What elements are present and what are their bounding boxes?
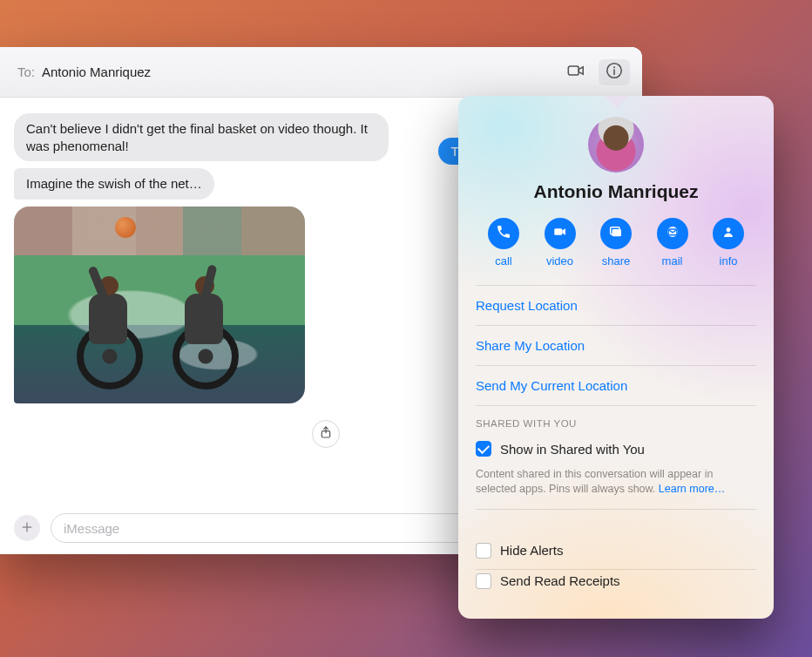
action-label: call xyxy=(495,254,512,268)
screen-share-icon xyxy=(608,224,624,243)
image-attachment[interactable] xyxy=(14,207,305,403)
svg-point-9 xyxy=(727,227,731,232)
shared-help-text: Content shared in this conversation will… xyxy=(474,467,758,509)
action-label: video xyxy=(546,254,573,268)
checkbox-label: Send Read Receipts xyxy=(500,573,620,588)
svg-rect-0 xyxy=(568,65,579,74)
action-call[interactable]: call xyxy=(479,218,528,268)
mail-icon xyxy=(665,224,680,243)
spacer xyxy=(474,510,758,539)
learn-more-link[interactable]: Learn more… xyxy=(659,483,725,495)
avatar[interactable] xyxy=(588,117,644,173)
action-share[interactable]: share xyxy=(592,218,640,268)
action-label: share xyxy=(602,254,631,268)
basketball-icon xyxy=(115,217,136,238)
checkbox-unchecked-icon[interactable] xyxy=(476,573,491,589)
info-button[interactable] xyxy=(599,59,630,85)
action-video[interactable]: video xyxy=(536,218,585,268)
send-current-location-link[interactable]: Send My Current Location xyxy=(474,366,758,405)
share-up-icon xyxy=(319,425,333,443)
phone-icon xyxy=(496,224,511,243)
image-figure xyxy=(162,276,258,389)
checkbox-unchecked-icon[interactable] xyxy=(476,543,491,559)
facetime-button[interactable] xyxy=(560,59,592,85)
video-camera-icon xyxy=(566,61,585,84)
video-icon xyxy=(552,224,568,243)
show-in-shared-with-you-row[interactable]: Show in Shared with You xyxy=(474,437,758,467)
divider xyxy=(476,405,756,406)
action-mail[interactable]: mail xyxy=(648,218,697,268)
person-icon xyxy=(721,224,736,243)
contact-name: Antonio Manriquez xyxy=(474,181,758,202)
plus-icon xyxy=(20,518,34,538)
to-recipient-name[interactable]: Antonio Manriquez xyxy=(42,64,151,79)
action-row: call video share mail info xyxy=(479,218,753,268)
action-info[interactable]: info xyxy=(704,218,753,268)
titlebar: To: Antonio Manriquez xyxy=(0,47,642,98)
hide-alerts-row[interactable]: Hide Alerts xyxy=(474,539,758,569)
share-my-location-link[interactable]: Share My Location xyxy=(474,326,758,365)
svg-point-2 xyxy=(613,66,615,68)
info-circle-icon xyxy=(605,61,624,84)
shared-with-you-section-label: SHARED WITH YOU xyxy=(476,418,756,429)
send-read-receipts-row[interactable]: Send Read Receipts xyxy=(474,570,758,589)
add-attachment-button[interactable] xyxy=(14,515,40,541)
to-label: To: xyxy=(17,64,35,79)
checkbox-label: Hide Alerts xyxy=(500,543,564,558)
svg-rect-4 xyxy=(554,228,562,235)
image-figure xyxy=(66,276,162,389)
received-message[interactable]: Can't believe I didn't get the final bas… xyxy=(14,113,389,161)
action-label: mail xyxy=(662,254,683,268)
share-attachment-button[interactable] xyxy=(312,420,340,448)
checkbox-checked-icon[interactable] xyxy=(476,441,491,457)
received-message[interactable]: Imagine the swish of the net… xyxy=(14,168,214,200)
contact-info-popover: Antonio Manriquez call video share mail xyxy=(458,96,774,619)
action-label: info xyxy=(720,254,738,268)
checkbox-label: Show in Shared with You xyxy=(500,442,645,457)
request-location-link[interactable]: Request Location xyxy=(474,286,758,325)
